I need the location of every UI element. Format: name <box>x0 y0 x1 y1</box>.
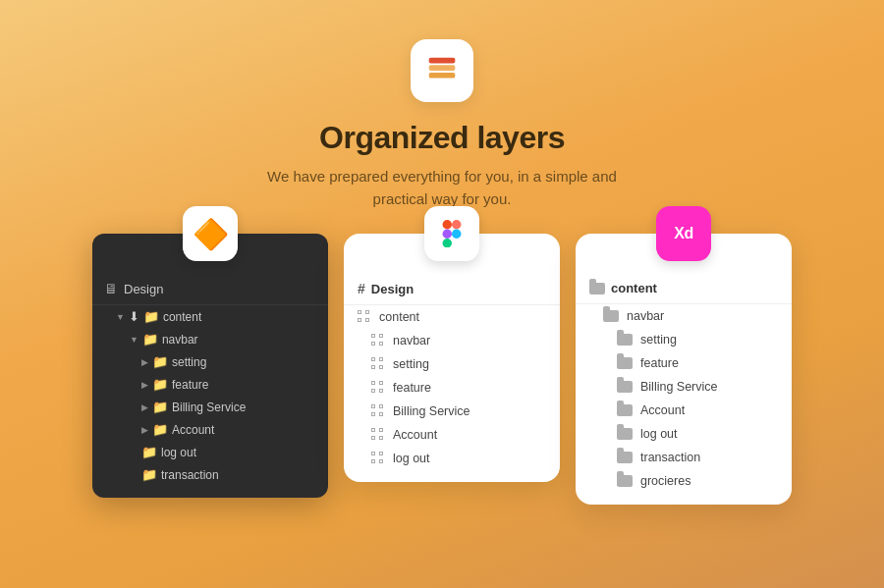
folder-icon <box>617 334 633 346</box>
svg-rect-0 <box>429 73 456 79</box>
xd-card-header: content <box>576 281 792 304</box>
list-item: Account <box>344 423 560 447</box>
monitor-icon: 🖥 <box>104 281 118 296</box>
figma-card-title: Design <box>371 282 414 296</box>
list-item: log out <box>344 447 560 470</box>
folder-icon <box>589 283 605 294</box>
list-item: Billing Service <box>576 375 792 399</box>
sketch-icon: 🔶 <box>193 217 229 251</box>
list-item: grocieres <box>576 469 792 493</box>
folder-icon <box>617 381 633 393</box>
folder-icon <box>617 452 633 463</box>
list-item: navbar <box>344 329 560 352</box>
dotgrid-icon <box>371 452 385 465</box>
page-title: Organized layers <box>319 120 565 156</box>
sketch-badge: 🔶 <box>183 206 238 261</box>
arrow-icon: ▶ <box>141 357 148 367</box>
folder-icon <box>617 475 633 487</box>
sketch-card-title: Design <box>124 282 163 296</box>
sketch-card-header: 🖥 Design <box>92 281 328 305</box>
list-item: Account <box>576 399 792 422</box>
header: Organized layers We have prepared everyt… <box>265 0 619 210</box>
xd-card: Xd content navbar setting feature Billin… <box>576 234 792 505</box>
list-item: ▶ 📁 Account <box>92 418 328 441</box>
dotgrid-icon <box>371 404 385 418</box>
svg-rect-4 <box>452 220 462 230</box>
list-item: log out <box>576 422 792 446</box>
xd-card-title: content <box>611 281 657 295</box>
dotgrid-icon <box>371 334 385 347</box>
arrow-icon: ▶ <box>141 402 148 412</box>
folder-icon <box>617 357 633 369</box>
list-item: Billing Service <box>344 400 560 423</box>
list-item: content <box>344 305 560 329</box>
list-item: ▶ 📁 Billing Service <box>92 396 328 418</box>
svg-rect-2 <box>429 58 456 64</box>
arrow-icon: ▼ <box>116 312 125 322</box>
dotgrid-icon <box>358 310 371 324</box>
list-item: feature <box>576 351 792 375</box>
list-item: 📁 transaction <box>92 463 328 486</box>
arrow-icon: ▼ <box>130 335 138 345</box>
folder-icon <box>617 404 633 416</box>
figma-icon <box>438 220 466 247</box>
svg-rect-3 <box>443 220 453 230</box>
hash-icon: # <box>358 281 365 296</box>
dotgrid-icon <box>371 357 385 371</box>
svg-point-7 <box>452 230 462 240</box>
list-item: ▶ 📁 setting <box>92 350 328 373</box>
list-item: setting <box>576 328 792 351</box>
figma-badge <box>424 206 479 261</box>
svg-rect-5 <box>443 230 453 240</box>
page-subtitle: We have prepared everything for you, in … <box>265 166 619 210</box>
xd-icon: Xd <box>674 225 692 242</box>
list-item: ▼ 📁 navbar <box>92 328 328 350</box>
xd-badge: Xd <box>656 206 711 261</box>
list-item: transaction <box>576 446 792 469</box>
list-item: setting <box>344 352 560 376</box>
list-item: navbar <box>576 304 792 328</box>
svg-rect-6 <box>443 239 453 247</box>
list-item: 📁 log out <box>92 441 328 463</box>
list-item: feature <box>344 376 560 400</box>
arrow-icon: ▶ <box>141 425 148 435</box>
figma-card: # Design content navbar setting featu <box>344 234 560 482</box>
cards-container: 🔶 🖥 Design ▼ ⬇ 📁 content ▼ 📁 navbar ▶ 📁 … <box>0 234 884 505</box>
folder-icon <box>603 310 619 322</box>
svg-rect-1 <box>429 65 456 71</box>
sketch-card: 🔶 🖥 Design ▼ ⬇ 📁 content ▼ 📁 navbar ▶ 📁 … <box>92 234 328 498</box>
app-icon <box>411 39 473 102</box>
figma-card-header: # Design <box>344 281 560 305</box>
list-item: ▶ 📁 feature <box>92 373 328 396</box>
list-item: ▼ ⬇ 📁 content <box>92 305 328 328</box>
folder-icon <box>617 428 633 440</box>
arrow-icon: ▶ <box>141 380 148 390</box>
dotgrid-icon <box>371 428 385 442</box>
dotgrid-icon <box>371 381 385 395</box>
